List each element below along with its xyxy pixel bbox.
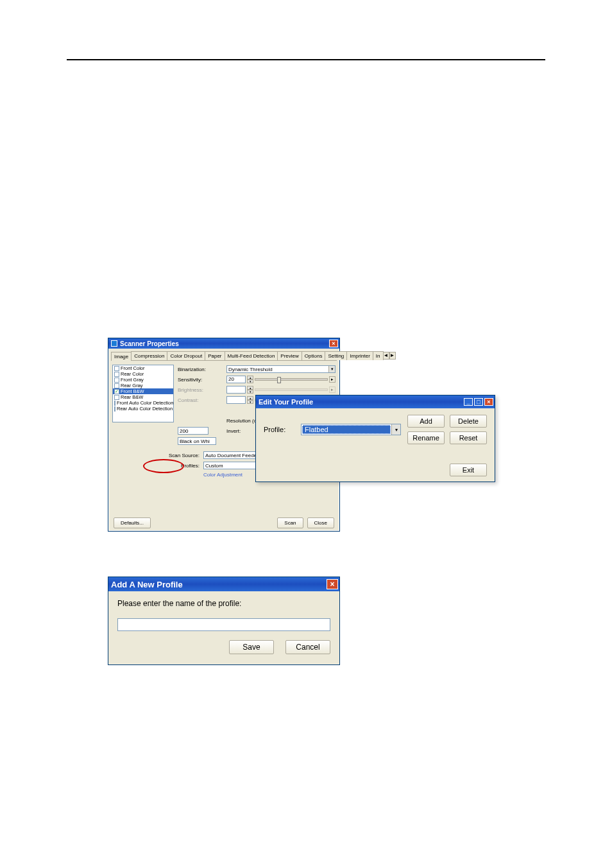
tab-preview[interactable]: Preview (277, 351, 302, 360)
sensitivity-slider[interactable] (255, 378, 328, 381)
brightness-stepper: ▴▾ (247, 386, 253, 394)
scanner-title: Scanner Properties (120, 340, 179, 347)
scanner-bottom-buttons: Defaults... Scan Close (114, 517, 334, 528)
sensitivity-stepper[interactable]: ▴▾ (247, 376, 253, 383)
tab-scroll-right[interactable]: ► (389, 352, 396, 360)
tab-strip: Image Compression Color Dropout Paper Mu… (111, 351, 337, 361)
add-profile-dialog: Add A New Profile × Please enter the nam… (108, 577, 340, 665)
contrast-label: Contrast: (178, 397, 224, 403)
close-button[interactable]: Close (307, 517, 334, 528)
tab-compression[interactable]: Compression (131, 351, 167, 360)
save-button[interactable]: Save (229, 640, 274, 654)
chevron-down-icon: ▾ (328, 366, 335, 372)
sensitivity-value[interactable]: 20 (226, 376, 246, 383)
scan-button[interactable]: Scan (277, 517, 303, 528)
minimize-icon[interactable]: _ (464, 398, 473, 406)
binarization-label: Binarization: (178, 367, 224, 372)
brightness-slider (255, 388, 328, 391)
add-title: Add A New Profile (111, 580, 183, 589)
add-titlebar[interactable]: Add A New Profile × (108, 577, 339, 591)
close-icon[interactable]: × (327, 579, 338, 589)
sensitivity-label: Sensitivity: (178, 377, 224, 383)
tab-imprinter[interactable]: Imprinter (346, 351, 373, 360)
chevron-down-icon[interactable]: ▾ (391, 424, 400, 435)
binarization-select[interactable]: Dynamic Threshold ▾ (226, 365, 336, 373)
resolution-select[interactable]: 200 (178, 427, 208, 435)
header-rule (67, 59, 545, 60)
invert-select[interactable]: Black on Whi (178, 437, 216, 445)
reset-button[interactable]: Reset (450, 431, 487, 444)
app-icon (111, 340, 117, 347)
delete-button[interactable]: Delete (450, 415, 487, 428)
close-icon[interactable]: × (329, 340, 338, 347)
profile-name-input[interactable] (117, 618, 330, 631)
tab-multifeed[interactable]: Multi-Feed Detection (225, 351, 278, 360)
cancel-button[interactable]: Cancel (285, 640, 330, 654)
image-selection-list[interactable]: Front Color Rear Color Front Gray Rear G… (112, 365, 174, 422)
contrast-value (226, 396, 246, 404)
scan-source-label: Scan Source: (158, 453, 200, 458)
tab-image[interactable]: Image (111, 352, 132, 361)
exit-button[interactable]: Exit (450, 464, 487, 476)
contrast-stepper: ▴▾ (247, 396, 253, 404)
tab-scroll-left[interactable]: ◄ (383, 352, 389, 360)
brightness-value (226, 386, 246, 394)
add-prompt: Please enter the name of the profile: (117, 599, 330, 608)
profile-label: Profile: (264, 426, 294, 433)
rename-button[interactable]: Rename (407, 431, 445, 444)
tab-color-dropout[interactable]: Color Dropout (167, 351, 205, 360)
slider-right-icon[interactable]: ▸ (329, 376, 336, 383)
tab-paper[interactable]: Paper (205, 351, 225, 360)
edit-titlebar[interactable]: Edit Your Profile _ □ × (256, 395, 495, 408)
scanner-titlebar[interactable]: Scanner Properties × (108, 338, 339, 349)
close-icon[interactable]: × (484, 398, 493, 406)
defaults-button[interactable]: Defaults... (114, 517, 151, 528)
page: Scanner Properties × Image Compression C… (0, 0, 612, 868)
tab-more[interactable]: In (373, 351, 384, 360)
profiles-label: Profiles: (158, 463, 200, 469)
edit-title: Edit Your Profile (259, 398, 313, 406)
tab-setting[interactable]: Setting (325, 351, 347, 360)
profile-select[interactable]: Flatbed ▾ (301, 424, 401, 435)
add-button[interactable]: Add (407, 415, 445, 428)
tab-options[interactable]: Options (302, 351, 326, 360)
edit-profile-dialog: Edit Your Profile _ □ × Profile: Flatbed… (255, 395, 495, 482)
maximize-icon[interactable]: □ (474, 398, 483, 406)
brightness-label: Brightness: (178, 387, 224, 393)
